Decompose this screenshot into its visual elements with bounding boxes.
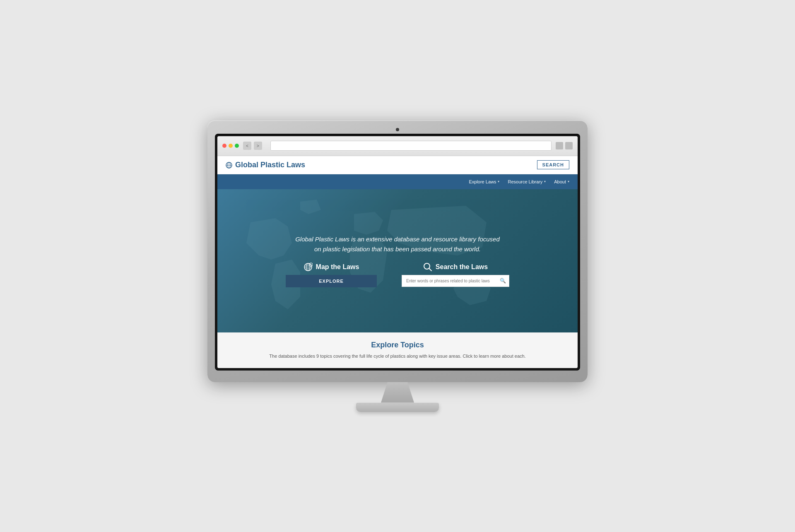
browser-icon-1[interactable] <box>556 142 563 149</box>
map-the-laws-col: Map the Laws EXPLORE <box>286 262 377 287</box>
nav-explore-laws-label: Explore Laws <box>469 179 496 184</box>
search-the-laws-title: Search the Laws <box>423 262 488 272</box>
hero-section: Global Plastic Laws is an extensive data… <box>217 189 578 333</box>
nav-resource-library[interactable]: Resource Library ▾ <box>508 179 546 184</box>
back-button[interactable]: < <box>243 142 251 150</box>
hero-actions: Map the Laws EXPLORE <box>273 262 522 287</box>
dot-green[interactable] <box>235 144 239 148</box>
forward-button[interactable]: > <box>254 142 262 150</box>
search-input-container: 🔍 <box>402 275 509 287</box>
dot-red[interactable] <box>222 144 226 148</box>
monitor-stand-neck <box>381 382 414 403</box>
explore-laws-chevron: ▾ <box>498 180 499 183</box>
search-button[interactable]: SEARCH <box>537 160 569 169</box>
address-bar[interactable] <box>270 141 552 151</box>
hero-content: Global Plastic Laws is an extensive data… <box>294 234 501 254</box>
resource-library-chevron: ▾ <box>544 180 546 183</box>
map-icon <box>304 262 313 272</box>
explore-topics-title: Explore Topics <box>226 341 569 349</box>
map-the-laws-label: Map the Laws <box>316 263 359 271</box>
world-map-bg <box>217 189 578 333</box>
globe-icon <box>226 162 232 169</box>
monitor-inner-bezel: < > <box>215 134 580 371</box>
monitor-outer: < > <box>207 120 588 382</box>
browser-nav-btns: < > <box>243 142 262 150</box>
explore-topics-description: The database includes 9 topics covering … <box>226 353 569 360</box>
nav-resource-library-label: Resource Library <box>508 179 542 184</box>
camera-dot <box>396 128 399 131</box>
logo-text: Global Plastic Laws <box>235 161 305 169</box>
website: Global Plastic Laws SEARCH Explore Laws … <box>217 156 578 368</box>
search-the-laws-icon <box>423 262 432 272</box>
monitor-wrapper: < > <box>207 120 588 412</box>
browser-chrome: < > <box>217 136 578 156</box>
explore-button[interactable]: EXPLORE <box>286 275 377 287</box>
monitor-stand-base <box>356 403 439 412</box>
topbar: Global Plastic Laws SEARCH <box>217 156 578 174</box>
nav-about-label: About <box>554 179 566 184</box>
hero-description: Global Plastic Laws is an extensive data… <box>294 234 501 254</box>
browser-icon-2[interactable] <box>565 142 573 149</box>
navmenu: Explore Laws ▾ Resource Library ▾ About … <box>217 174 578 189</box>
screen: < > <box>217 136 578 368</box>
search-the-laws-label: Search the Laws <box>436 263 488 271</box>
svg-line-11 <box>429 268 431 271</box>
map-the-laws-title: Map the Laws <box>304 262 359 272</box>
about-chevron: ▾ <box>568 180 569 183</box>
laws-search-input[interactable] <box>402 275 509 287</box>
search-the-laws-col: Search the Laws 🔍 <box>402 262 509 287</box>
site-logo: Global Plastic Laws <box>226 161 305 169</box>
explore-topics-section: Explore Topics The database includes 9 t… <box>217 332 578 368</box>
dot-yellow[interactable] <box>229 144 233 148</box>
svg-point-9 <box>310 264 311 265</box>
search-input-icon: 🔍 <box>500 278 506 284</box>
browser-icons <box>556 142 573 149</box>
nav-explore-laws[interactable]: Explore Laws ▾ <box>469 179 499 184</box>
browser-dots <box>222 144 239 148</box>
nav-about[interactable]: About ▾ <box>554 179 569 184</box>
